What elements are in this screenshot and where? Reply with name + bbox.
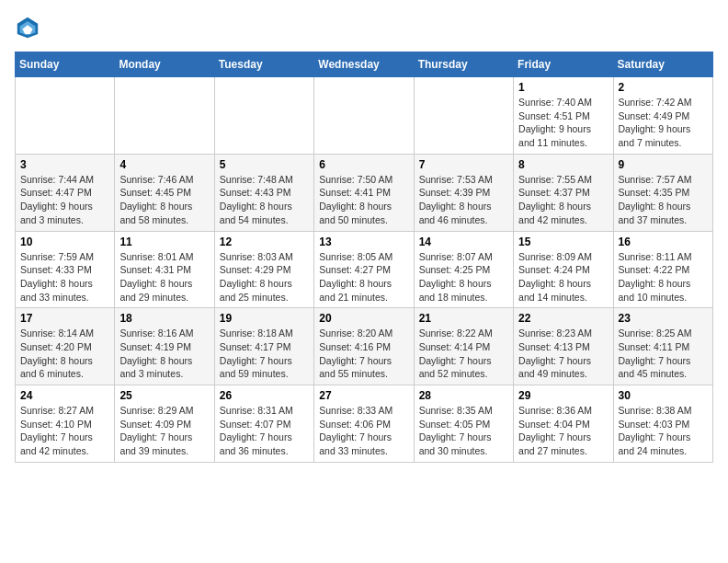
day-info: Sunrise: 8:33 AMSunset: 4:06 PMDaylight:…	[319, 404, 408, 458]
day-info: Sunrise: 8:31 AMSunset: 4:07 PMDaylight:…	[220, 404, 309, 458]
day-info: Sunrise: 7:48 AMSunset: 4:43 PMDaylight:…	[220, 173, 309, 227]
day-number: 22	[518, 312, 608, 325]
day-header: Monday	[115, 52, 214, 77]
day-number: 26	[220, 389, 309, 402]
day-number: 8	[518, 158, 608, 171]
day-info: Sunrise: 7:40 AMSunset: 4:51 PMDaylight:…	[518, 96, 608, 150]
calendar-cell: 7Sunrise: 7:53 AMSunset: 4:39 PMDaylight…	[414, 154, 513, 231]
day-number: 4	[119, 158, 209, 171]
day-number: 15	[518, 236, 608, 248]
day-number: 7	[419, 158, 508, 171]
day-number: 30	[619, 389, 708, 402]
calendar-cell	[16, 77, 115, 155]
day-number: 14	[419, 236, 508, 248]
day-number: 21	[419, 312, 508, 325]
calendar-cell: 2Sunrise: 7:42 AMSunset: 4:49 PMDaylight…	[613, 77, 712, 155]
calendar-cell: 21Sunrise: 8:22 AMSunset: 4:14 PMDayligh…	[414, 308, 513, 385]
day-info: Sunrise: 7:57 AMSunset: 4:35 PMDaylight:…	[619, 173, 708, 227]
day-info: Sunrise: 8:11 AMSunset: 4:22 PMDaylight:…	[619, 250, 708, 304]
day-header: Wednesday	[314, 52, 414, 77]
day-number: 17	[20, 312, 109, 325]
day-number: 24	[20, 389, 109, 402]
day-info: Sunrise: 7:44 AMSunset: 4:47 PMDaylight:…	[20, 173, 109, 227]
day-info: Sunrise: 8:25 AMSunset: 4:11 PMDaylight:…	[619, 327, 708, 381]
calendar-cell: 5Sunrise: 7:48 AMSunset: 4:43 PMDaylight…	[214, 154, 313, 231]
day-number: 13	[319, 236, 408, 248]
day-number: 20	[319, 312, 408, 325]
calendar-cell: 25Sunrise: 8:29 AMSunset: 4:09 PMDayligh…	[115, 385, 214, 463]
day-number: 11	[119, 236, 209, 248]
calendar-cell: 16Sunrise: 8:11 AMSunset: 4:22 PMDayligh…	[613, 231, 712, 308]
calendar-cell: 26Sunrise: 8:31 AMSunset: 4:07 PMDayligh…	[214, 385, 313, 463]
calendar-cell: 9Sunrise: 7:57 AMSunset: 4:35 PMDaylight…	[613, 154, 712, 231]
calendar-cell: 27Sunrise: 8:33 AMSunset: 4:06 PMDayligh…	[314, 385, 414, 463]
day-info: Sunrise: 7:50 AMSunset: 4:41 PMDaylight:…	[319, 173, 408, 227]
day-info: Sunrise: 8:05 AMSunset: 4:27 PMDaylight:…	[319, 250, 408, 304]
day-info: Sunrise: 8:20 AMSunset: 4:16 PMDaylight:…	[319, 327, 408, 381]
calendar-cell: 28Sunrise: 8:35 AMSunset: 4:05 PMDayligh…	[414, 385, 513, 463]
day-info: Sunrise: 8:16 AMSunset: 4:19 PMDaylight:…	[119, 327, 209, 381]
day-number: 29	[518, 389, 608, 402]
calendar-week-row: 17Sunrise: 8:14 AMSunset: 4:20 PMDayligh…	[16, 308, 713, 385]
calendar-cell: 20Sunrise: 8:20 AMSunset: 4:16 PMDayligh…	[314, 308, 414, 385]
day-number: 19	[220, 312, 309, 325]
day-info: Sunrise: 8:22 AMSunset: 4:14 PMDaylight:…	[419, 327, 508, 381]
calendar-cell: 6Sunrise: 7:50 AMSunset: 4:41 PMDaylight…	[314, 154, 414, 231]
calendar-cell: 22Sunrise: 8:23 AMSunset: 4:13 PMDayligh…	[514, 308, 613, 385]
day-info: Sunrise: 7:42 AMSunset: 4:49 PMDaylight:…	[619, 96, 708, 150]
calendar-cell: 10Sunrise: 7:59 AMSunset: 4:33 PMDayligh…	[16, 231, 115, 308]
calendar-week-row: 3Sunrise: 7:44 AMSunset: 4:47 PMDaylight…	[16, 154, 713, 231]
day-info: Sunrise: 8:36 AMSunset: 4:04 PMDaylight:…	[518, 404, 608, 458]
day-number: 9	[619, 158, 708, 171]
calendar-week-row: 1Sunrise: 7:40 AMSunset: 4:51 PMDaylight…	[16, 77, 713, 155]
calendar-cell: 29Sunrise: 8:36 AMSunset: 4:04 PMDayligh…	[514, 385, 613, 463]
day-number: 23	[619, 312, 708, 325]
day-info: Sunrise: 8:27 AMSunset: 4:10 PMDaylight:…	[20, 404, 109, 458]
calendar-cell: 17Sunrise: 8:14 AMSunset: 4:20 PMDayligh…	[16, 308, 115, 385]
calendar-week-row: 10Sunrise: 7:59 AMSunset: 4:33 PMDayligh…	[16, 231, 713, 308]
day-number: 18	[119, 312, 209, 325]
calendar-cell	[115, 77, 214, 155]
day-info: Sunrise: 8:03 AMSunset: 4:29 PMDaylight:…	[220, 250, 309, 304]
calendar-cell: 1Sunrise: 7:40 AMSunset: 4:51 PMDaylight…	[514, 77, 613, 155]
day-header: Saturday	[613, 52, 712, 77]
day-header: Tuesday	[214, 52, 313, 77]
day-number: 3	[20, 158, 109, 171]
calendar-cell: 23Sunrise: 8:25 AMSunset: 4:11 PMDayligh…	[613, 308, 712, 385]
day-info: Sunrise: 8:07 AMSunset: 4:25 PMDaylight:…	[419, 250, 508, 304]
calendar-cell	[314, 77, 414, 155]
calendar-cell: 3Sunrise: 7:44 AMSunset: 4:47 PMDaylight…	[16, 154, 115, 231]
day-number: 2	[619, 81, 708, 94]
calendar-cell: 15Sunrise: 8:09 AMSunset: 4:24 PMDayligh…	[514, 231, 613, 308]
day-info: Sunrise: 8:18 AMSunset: 4:17 PMDaylight:…	[220, 327, 309, 381]
day-info: Sunrise: 7:46 AMSunset: 4:45 PMDaylight:…	[119, 173, 209, 227]
day-info: Sunrise: 8:38 AMSunset: 4:03 PMDaylight:…	[619, 404, 708, 458]
page-header	[15, 15, 713, 40]
day-number: 5	[220, 158, 309, 171]
calendar-week-row: 24Sunrise: 8:27 AMSunset: 4:10 PMDayligh…	[16, 385, 713, 463]
day-info: Sunrise: 8:23 AMSunset: 4:13 PMDaylight:…	[518, 327, 608, 381]
day-number: 27	[319, 389, 408, 402]
calendar-cell	[214, 77, 313, 155]
calendar-cell	[414, 77, 513, 155]
logo	[15, 15, 44, 40]
day-info: Sunrise: 7:59 AMSunset: 4:33 PMDaylight:…	[20, 250, 109, 304]
calendar-header-row: SundayMondayTuesdayWednesdayThursdayFrid…	[16, 52, 713, 77]
day-info: Sunrise: 8:14 AMSunset: 4:20 PMDaylight:…	[20, 327, 109, 381]
day-number: 25	[119, 389, 209, 402]
day-header: Friday	[514, 52, 613, 77]
day-number: 12	[220, 236, 309, 248]
calendar-cell: 4Sunrise: 7:46 AMSunset: 4:45 PMDaylight…	[115, 154, 214, 231]
calendar-cell: 18Sunrise: 8:16 AMSunset: 4:19 PMDayligh…	[115, 308, 214, 385]
day-number: 16	[619, 236, 708, 248]
day-info: Sunrise: 8:09 AMSunset: 4:24 PMDaylight:…	[518, 250, 608, 304]
calendar-cell: 14Sunrise: 8:07 AMSunset: 4:25 PMDayligh…	[414, 231, 513, 308]
day-number: 10	[20, 236, 109, 248]
calendar-cell: 12Sunrise: 8:03 AMSunset: 4:29 PMDayligh…	[214, 231, 313, 308]
day-number: 6	[319, 158, 408, 171]
day-number: 1	[518, 81, 608, 94]
logo-icon	[15, 15, 40, 40]
calendar-table: SundayMondayTuesdayWednesdayThursdayFrid…	[15, 52, 713, 463]
day-info: Sunrise: 8:29 AMSunset: 4:09 PMDaylight:…	[119, 404, 209, 458]
calendar-cell: 30Sunrise: 8:38 AMSunset: 4:03 PMDayligh…	[613, 385, 712, 463]
